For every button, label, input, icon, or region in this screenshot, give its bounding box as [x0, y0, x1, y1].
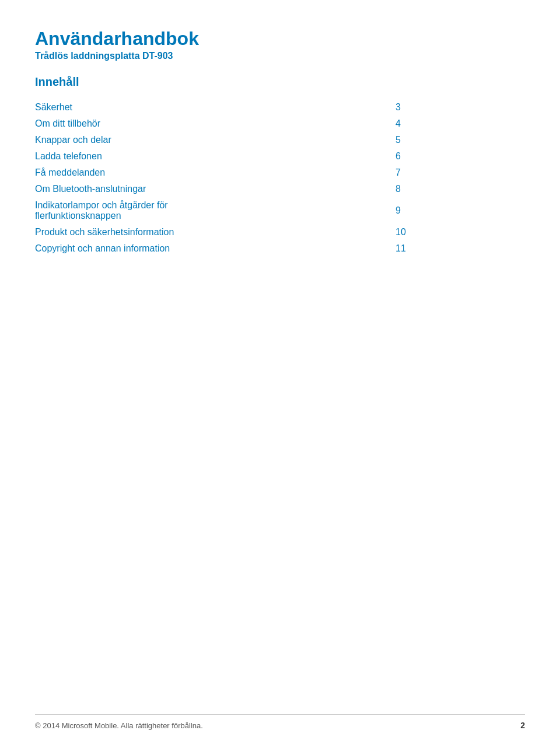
- page-container: Användarhandbok Trådlös laddningsplatta …: [0, 0, 560, 751]
- footer-page-number: 2: [520, 721, 525, 730]
- toc-item-page: 6: [378, 148, 525, 165]
- footer-copyright: © 2014 Microsoft Mobile. Alla rättighete…: [35, 721, 203, 730]
- toc-item-label: Produkt och säkerhetsinformation: [35, 224, 378, 240]
- toc-item-page: 5: [378, 132, 525, 148]
- page-subtitle: Trådlös laddningsplatta DT-903: [35, 51, 525, 61]
- toc-item-label: Säkerhet: [35, 99, 378, 116]
- toc-item-label: Knappar och delar: [35, 132, 378, 148]
- toc-item-label: Få meddelanden: [35, 165, 378, 181]
- toc-row: Indikatorlampor och åtgärder förflerfunk…: [35, 197, 525, 224]
- toc-row: Om ditt tillbehör4: [35, 116, 525, 132]
- toc-item-page: 11: [378, 240, 525, 257]
- toc-table: Säkerhet3Om ditt tillbehör4Knappar och d…: [35, 99, 525, 257]
- toc-item-label: Om ditt tillbehör: [35, 116, 378, 132]
- toc-item-page: 9: [378, 197, 525, 224]
- toc-item-label: Indikatorlampor och åtgärder förflerfunk…: [35, 197, 378, 224]
- toc-heading: Innehåll: [35, 75, 525, 89]
- toc-item-label: Copyright och annan information: [35, 240, 378, 257]
- toc-item-label: Om Bluetooth-anslutningar: [35, 181, 378, 197]
- toc-row: Säkerhet3: [35, 99, 525, 116]
- toc-row: Knappar och delar5: [35, 132, 525, 148]
- toc-item-page: 4: [378, 116, 525, 132]
- page-title: Användarhandbok: [35, 28, 525, 50]
- toc-row: Copyright och annan information11: [35, 240, 525, 257]
- toc-row: Ladda telefonen6: [35, 148, 525, 165]
- toc-item-page: 3: [378, 99, 525, 116]
- toc-item-page: 7: [378, 165, 525, 181]
- toc-row: Få meddelanden7: [35, 165, 525, 181]
- toc-row: Om Bluetooth-anslutningar8: [35, 181, 525, 197]
- toc-item-page: 8: [378, 181, 525, 197]
- toc-row: Produkt och säkerhetsinformation10: [35, 224, 525, 240]
- toc-item-label: Ladda telefonen: [35, 148, 378, 165]
- toc-item-page: 10: [378, 224, 525, 240]
- page-footer: © 2014 Microsoft Mobile. Alla rättighete…: [35, 714, 525, 730]
